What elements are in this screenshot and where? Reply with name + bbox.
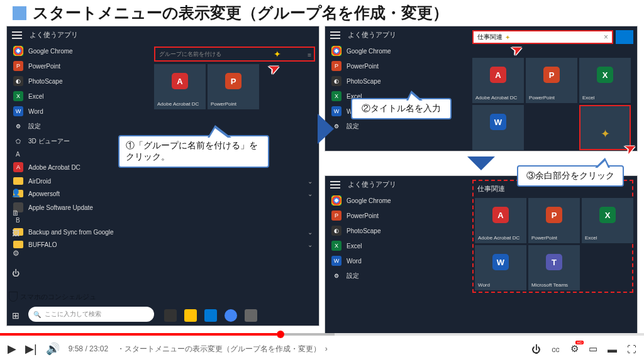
acrobat-icon: A [172,73,188,89]
word-icon: W [331,256,341,266]
miniplayer-button[interactable]: ▭ [589,343,597,354]
powerpoint-icon: P [546,207,562,223]
progress-bar[interactable] [0,333,644,336]
tile-word[interactable]: W [472,105,524,150]
group-name-placeholder[interactable]: グループに名前を付ける ✦ ≡ [154,47,315,62]
app-row-excel[interactable]: XExcel [329,238,447,253]
fullscreen-button[interactable]: ⛶ [627,344,636,354]
app-list-header: よく使うアプリ [348,180,396,189]
app-row-buffalo[interactable]: BUFFALO⌄ [11,238,315,251]
captions-button[interactable]: ㏄ [551,343,560,355]
spark-icon: ✦ [584,121,626,146]
title-bullet-icon [13,6,26,20]
app-row-settings[interactable]: ⚙設定 [11,119,315,134]
played-bar [0,333,277,336]
clear-icon[interactable]: × [604,33,608,41]
taskbar-icon[interactable] [184,309,197,322]
gear-icon[interactable]: ⚙ [13,249,19,258]
play-button[interactable]: ▶ [8,342,16,356]
app-row-apowersoft[interactable]: Apowersoft⌄ [11,187,315,200]
callout-step-1: ①「グループに名前を付ける」をクリック。 [118,135,269,168]
chevron-down-icon: ⌄ [308,178,313,185]
spark-icon: ✦ [274,49,281,59]
excel-icon: X [599,207,616,223]
tile-excel[interactable]: XExcel [582,198,633,243]
tile-acrobat[interactable]: AAdobe Acrobat DC [154,64,206,109]
tile-powerpoint[interactable]: PPowerPoint [208,64,259,109]
app-row-powerpoint[interactable]: PPowerPoint [329,208,447,223]
teams-icon: T [546,254,562,270]
word-icon: W [13,106,23,116]
next-button[interactable]: ▶| [25,342,37,356]
tile-teams[interactable]: TMicrosoft Teams [528,245,580,290]
app-row-apple-update[interactable]: Apple Software Update [11,200,315,215]
settings-button[interactable]: ⚙HD [570,343,579,354]
app-row-backup-sync[interactable]: Backup and Sync from Google⌄ [11,226,315,238]
excel-icon: X [13,91,23,101]
excel-icon: X [597,67,613,83]
tile-powerpoint[interactable]: PPowerPoint [526,58,577,103]
group-name-input[interactable]: 仕事関連 ✦ × [472,30,613,44]
search-icon: 🔍 [33,311,41,318]
document-icon[interactable]: 🗎 [12,209,19,217]
chrome-icon [13,46,23,56]
chrome-icon [331,195,341,206]
taskbar-icon[interactable] [204,309,217,322]
chevron-down-icon: ⌄ [308,190,313,197]
app-row-chrome[interactable]: Google Chrome [329,193,447,208]
photoscape-icon: ◐ [13,76,23,86]
autoplay-toggle[interactable]: ⏻ [531,344,541,354]
gear-icon: ⚙ [13,121,23,131]
taskbar-chrome-icon[interactable] [225,309,237,322]
acrobat-icon: A [490,67,506,83]
left-rail: 👤 🗎 🖼 ⚙ ⏻ [7,189,25,278]
powerpoint-icon: P [13,61,23,71]
hamburger-icon[interactable] [330,181,340,189]
chapter-title[interactable]: ・スタートメニューの表示変更（グループ名を作成・変更） › [117,344,328,354]
tile-acrobat[interactable]: AAdobe Acrobat DC [472,58,524,103]
app-row-photoscape[interactable]: ◐PhotoScape [329,223,447,238]
taskbar-search[interactable]: 🔍 ここに入力して検索 [28,307,154,322]
photoscape-icon: ◐ [331,76,341,86]
picture-icon[interactable]: 🖼 [12,229,19,238]
tile-excel[interactable]: XExcel [579,58,631,103]
tile-acrobat[interactable]: AAdobe Acrobat DC [475,198,526,243]
theater-button[interactable]: ▬ [608,344,617,354]
cursor-annotation: ➤ [621,138,638,158]
app-row-photoscape[interactable]: ◐PhotoScape [329,74,447,89]
powerpoint-icon: P [331,211,341,221]
volume-button[interactable]: 🔊 [46,342,60,356]
acrobat-icon: A [13,162,23,172]
letter-heading-b[interactable]: B [11,215,315,226]
folder-icon [13,177,23,185]
callout-step-3: ③余白部分をクリック [517,165,624,187]
user-icon[interactable]: 👤 [11,189,21,197]
windows-start-icon[interactable]: ⊞ [12,310,19,321]
tile-powerpoint[interactable]: PPowerPoint [528,198,580,243]
acrobat-icon: A [492,207,509,223]
app-row-settings[interactable]: ⚙設定 [329,119,447,134]
slide-title-bar: スタートメニューの表示変更（グループ名を作成・変更） [0,0,644,26]
chrome-icon [331,46,341,56]
chevron-down-icon: ⌄ [308,229,313,236]
powerpoint-icon: P [543,67,560,83]
taskbar-icon[interactable] [164,309,177,322]
drag-handle-icon[interactable]: ≡ [308,52,311,58]
video-player-bar: ▶ ▶| 🔊 9:58 / 23:02 ・スタートメニューの表示変更（グループ名… [0,333,644,362]
app-row-chrome[interactable]: Google Chrome [329,43,447,58]
hamburger-icon[interactable] [330,31,340,39]
powerpoint-icon: P [225,73,242,89]
app-row-word[interactable]: WWord [329,253,447,268]
power-icon[interactable]: ⏻ [12,269,19,278]
channel-watermark: スマホのコンシェルジュ [9,292,96,302]
tile-word[interactable]: WWord [475,245,526,290]
slide-title: スタートメニューの表示変更（グループ名を作成・変更） [33,3,448,23]
app-row-airdroid[interactable]: AirDroid⌄ [11,175,315,187]
app-row-settings[interactable]: ⚙設定 [329,268,447,283]
hamburger-icon[interactable] [12,31,22,39]
gear-icon: ⚙ [331,271,341,281]
app-row-powerpoint[interactable]: PPowerPoint [329,58,447,74]
drag-handle-icon[interactable] [616,30,633,44]
taskbar-icon[interactable] [245,309,257,322]
excel-icon: X [331,241,341,251]
